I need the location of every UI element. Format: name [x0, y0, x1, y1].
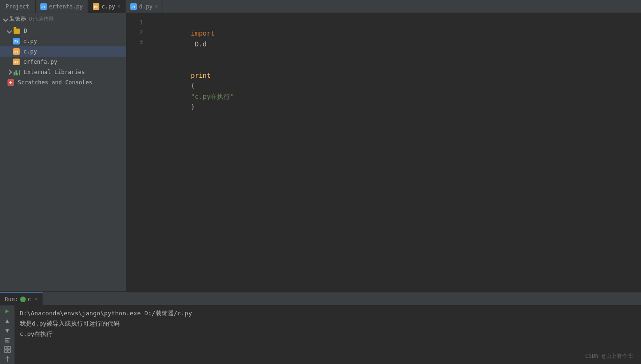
run-sidebar-controls: ▶ ▲ ▼	[0, 305, 15, 364]
tree-file-cpy[interactable]: py c.py	[0, 46, 126, 57]
output-line-2: 我是d.py被导入或执行可运行的代码	[20, 319, 636, 329]
folder-d-label: D	[24, 28, 27, 34]
dpy-file-icon: py	[13, 38, 20, 45]
keyword-import: import	[191, 30, 215, 37]
folder-d-icon	[14, 29, 20, 34]
collapse-arrow-icon	[3, 16, 8, 22]
project-path-label: D:\装饰器	[29, 15, 54, 22]
code-paren-open: (	[191, 82, 194, 89]
external-libs-label: External Libraries	[24, 69, 85, 75]
code-line-1: import D.d	[151, 18, 637, 60]
run-status-icon	[20, 297, 26, 302]
folder-expand-icon	[7, 28, 12, 33]
line-num-3: 3	[127, 37, 143, 47]
sidebar-header[interactable]: 装饰器 D:\装饰器	[0, 13, 126, 25]
line-num-1: 1	[127, 18, 143, 28]
svg-rect-8	[8, 350, 10, 352]
main-area: 装饰器 D:\装饰器 D py d.py py c.py py	[0, 13, 641, 291]
editor-area: 1 2 3 import D.d print ( "c.py在执行" )	[127, 13, 641, 291]
libs-expand-icon	[7, 69, 12, 74]
project-tab[interactable]: Project	[0, 0, 36, 13]
scratch-icon	[7, 79, 14, 86]
tab-close-d-icon[interactable]: ×	[155, 4, 158, 9]
run-tabs: Run: c ×	[0, 292, 641, 305]
svg-rect-7	[5, 350, 7, 352]
line-num-2: 2	[127, 28, 143, 37]
watermark: CSDN @山上有个车	[585, 352, 634, 360]
run-pin-button[interactable]	[2, 356, 13, 362]
code-editor[interactable]: 1 2 3 import D.d print ( "c.py在执行" )	[127, 13, 641, 291]
tab-dpy[interactable]: py d.py ×	[126, 0, 163, 13]
line-numbers: 1 2 3	[127, 13, 148, 291]
py-file-icon-orange: py	[93, 3, 99, 10]
svg-rect-6	[8, 347, 10, 349]
code-string: "c.py在执行"	[191, 93, 234, 100]
tab-cpy[interactable]: py c.py ×	[88, 0, 126, 13]
run-up-button[interactable]: ▲	[2, 317, 13, 324]
svg-rect-5	[5, 347, 7, 349]
svg-rect-3	[5, 340, 8, 341]
tab-bar: Project py erfenfa.py py c.py × py d.py …	[0, 0, 641, 13]
erfenfa-file-icon: py	[13, 59, 20, 65]
lib-icon	[14, 69, 20, 75]
run-output: D:\Anaconda\envs\jango\python.exe D:/装饰器…	[15, 305, 641, 364]
cpy-file-icon: py	[13, 48, 20, 55]
dpy-label: d.py	[23, 38, 37, 45]
run-tab-label: c	[28, 296, 31, 303]
project-name-label: 装饰器	[9, 15, 26, 23]
scratches-label: Scratches and Consoles	[18, 79, 92, 86]
file-tree: D py d.py py c.py py erfenfa.py	[0, 25, 126, 291]
tab-cpy-label: c.py	[102, 3, 115, 10]
py-file-icon-d: py	[130, 3, 137, 10]
run-down-button[interactable]: ▼	[2, 327, 13, 334]
run-settings-button[interactable]	[2, 346, 13, 353]
code-line-2: print ( "c.py在执行" )	[151, 60, 637, 123]
output-line-1: D:\Anaconda\envs\jango\python.exe D:/装饰器…	[20, 308, 636, 319]
cpy-label: c.py	[23, 48, 37, 55]
sidebar: 装饰器 D:\装饰器 D py d.py py c.py py	[0, 13, 127, 291]
run-play-button[interactable]: ▶	[2, 307, 13, 314]
svg-rect-2	[5, 338, 10, 339]
code-paren-close: )	[191, 103, 194, 111]
output-line-3: c.py在执行	[20, 329, 636, 339]
tree-folder-d[interactable]: D	[0, 26, 126, 36]
run-tab-c[interactable]: Run: c ×	[0, 292, 43, 305]
tab-erfenfa-label: erfenfa.py	[49, 3, 83, 10]
run-tab-close[interactable]: ×	[35, 296, 38, 302]
run-content: ▶ ▲ ▼	[0, 305, 641, 364]
tree-external-libs[interactable]: External Libraries	[0, 67, 126, 77]
py-file-icon: py	[40, 3, 47, 10]
tree-file-erfenfa[interactable]: py erfenfa.py	[0, 57, 126, 67]
code-import-module: D.d	[191, 40, 207, 48]
run-label: Run:	[5, 296, 18, 303]
code-line-3	[151, 123, 637, 133]
run-panel: Run: c × ▶ ▲ ▼	[0, 291, 641, 364]
tree-file-dpy[interactable]: py d.py	[0, 36, 126, 46]
tab-dpy-label: d.py	[139, 3, 153, 10]
tab-erfenfa[interactable]: py erfenfa.py	[36, 0, 88, 13]
tab-close-icon[interactable]: ×	[118, 4, 120, 9]
keyword-print: print	[191, 72, 210, 79]
svg-rect-4	[5, 342, 9, 342]
tree-scratches[interactable]: Scratches and Consoles	[0, 77, 126, 88]
run-wrap-button[interactable]	[2, 337, 13, 343]
erfenfa-label: erfenfa.py	[23, 59, 57, 65]
code-content[interactable]: import D.d print ( "c.py在执行" )	[148, 13, 641, 291]
